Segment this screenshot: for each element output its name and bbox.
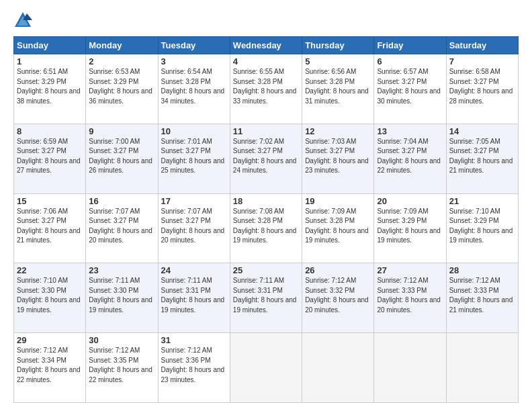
day-info: Sunrise: 6:59 AMSunset: 3:27 PMDaylight:… (17, 137, 83, 176)
day-info: Sunrise: 7:09 AMSunset: 3:28 PMDaylight:… (305, 207, 371, 246)
day-cell: 14Sunrise: 7:05 AMSunset: 3:27 PMDayligh… (446, 124, 518, 193)
day-info: Sunrise: 7:12 AMSunset: 3:36 PMDaylight:… (161, 346, 227, 385)
day-info: Sunrise: 6:56 AMSunset: 3:28 PMDaylight:… (305, 67, 371, 106)
weekday-header-row: SundayMondayTuesdayWednesdayThursdayFrid… (14, 37, 519, 54)
day-cell (302, 333, 374, 403)
day-number: 21 (449, 196, 515, 206)
day-info: Sunrise: 7:07 AMSunset: 3:27 PMDaylight:… (89, 207, 154, 246)
day-info: Sunrise: 6:51 AMSunset: 3:29 PMDaylight:… (17, 67, 83, 106)
day-info: Sunrise: 6:53 AMSunset: 3:29 PMDaylight:… (89, 67, 154, 106)
day-info: Sunrise: 7:12 AMSunset: 3:32 PMDaylight:… (305, 276, 371, 315)
day-cell: 3Sunrise: 6:54 AMSunset: 3:28 PMDaylight… (158, 54, 230, 124)
logo (13, 11, 35, 30)
day-cell: 21Sunrise: 7:10 AMSunset: 3:29 PMDayligh… (446, 193, 518, 263)
day-cell: 20Sunrise: 7:09 AMSunset: 3:29 PMDayligh… (374, 193, 446, 263)
day-number: 15 (17, 196, 83, 206)
day-cell: 10Sunrise: 7:01 AMSunset: 3:27 PMDayligh… (158, 124, 230, 193)
day-cell (230, 333, 302, 403)
day-number: 25 (233, 265, 299, 275)
day-cell: 23Sunrise: 7:11 AMSunset: 3:30 PMDayligh… (86, 263, 158, 333)
week-row-1: 1Sunrise: 6:51 AMSunset: 3:29 PMDaylight… (14, 54, 519, 124)
day-cell: 19Sunrise: 7:09 AMSunset: 3:28 PMDayligh… (302, 193, 374, 263)
day-cell: 5Sunrise: 6:56 AMSunset: 3:28 PMDaylight… (302, 54, 374, 124)
day-cell: 8Sunrise: 6:59 AMSunset: 3:27 PMDaylight… (14, 124, 86, 193)
day-number: 3 (161, 56, 227, 66)
day-cell: 1Sunrise: 6:51 AMSunset: 3:29 PMDaylight… (14, 54, 86, 124)
day-number: 14 (449, 126, 515, 136)
day-number: 13 (377, 126, 443, 136)
day-number: 20 (377, 196, 443, 206)
calendar-table: SundayMondayTuesdayWednesdayThursdayFrid… (13, 36, 519, 403)
day-cell: 15Sunrise: 7:06 AMSunset: 3:27 PMDayligh… (14, 193, 86, 263)
day-info: Sunrise: 7:07 AMSunset: 3:27 PMDaylight:… (161, 207, 227, 246)
day-number: 5 (305, 56, 371, 66)
day-cell: 7Sunrise: 6:58 AMSunset: 3:27 PMDaylight… (446, 54, 518, 124)
day-number: 29 (17, 335, 83, 345)
day-cell: 16Sunrise: 7:07 AMSunset: 3:27 PMDayligh… (86, 193, 158, 263)
day-info: Sunrise: 7:03 AMSunset: 3:27 PMDaylight:… (305, 137, 371, 176)
day-info: Sunrise: 7:11 AMSunset: 3:30 PMDaylight:… (89, 276, 154, 315)
day-cell: 2Sunrise: 6:53 AMSunset: 3:29 PMDaylight… (86, 54, 158, 124)
day-number: 19 (305, 196, 371, 206)
week-row-5: 29Sunrise: 7:12 AMSunset: 3:34 PMDayligh… (14, 333, 519, 403)
day-cell: 26Sunrise: 7:12 AMSunset: 3:32 PMDayligh… (302, 263, 374, 333)
day-cell (446, 333, 518, 403)
day-number: 16 (89, 196, 154, 206)
day-number: 1 (17, 56, 83, 66)
weekday-saturday: Saturday (446, 37, 518, 54)
page: SundayMondayTuesdayWednesdayThursdayFrid… (0, 0, 532, 411)
day-info: Sunrise: 7:12 AMSunset: 3:33 PMDaylight:… (377, 276, 443, 315)
weekday-monday: Monday (86, 37, 158, 54)
day-cell: 31Sunrise: 7:12 AMSunset: 3:36 PMDayligh… (158, 333, 230, 403)
day-info: Sunrise: 7:02 AMSunset: 3:27 PMDaylight:… (233, 137, 299, 176)
day-number: 24 (161, 265, 227, 275)
day-cell: 29Sunrise: 7:12 AMSunset: 3:34 PMDayligh… (14, 333, 86, 403)
day-info: Sunrise: 7:08 AMSunset: 3:28 PMDaylight:… (233, 207, 299, 246)
day-info: Sunrise: 7:12 AMSunset: 3:35 PMDaylight:… (89, 346, 154, 385)
day-cell: 30Sunrise: 7:12 AMSunset: 3:35 PMDayligh… (86, 333, 158, 403)
day-cell: 22Sunrise: 7:10 AMSunset: 3:30 PMDayligh… (14, 263, 86, 333)
day-number: 7 (449, 56, 515, 66)
day-cell: 27Sunrise: 7:12 AMSunset: 3:33 PMDayligh… (374, 263, 446, 333)
day-number: 31 (161, 335, 227, 345)
day-cell: 11Sunrise: 7:02 AMSunset: 3:27 PMDayligh… (230, 124, 302, 193)
day-info: Sunrise: 7:00 AMSunset: 3:27 PMDaylight:… (89, 137, 154, 176)
day-number: 9 (89, 126, 154, 136)
day-cell: 13Sunrise: 7:04 AMSunset: 3:27 PMDayligh… (374, 124, 446, 193)
day-info: Sunrise: 7:05 AMSunset: 3:27 PMDaylight:… (449, 137, 515, 176)
day-info: Sunrise: 7:09 AMSunset: 3:29 PMDaylight:… (377, 207, 443, 246)
weekday-tuesday: Tuesday (158, 37, 230, 54)
header (13, 11, 519, 30)
day-number: 18 (233, 196, 299, 206)
day-number: 10 (161, 126, 227, 136)
day-number: 23 (89, 265, 154, 275)
day-cell: 9Sunrise: 7:00 AMSunset: 3:27 PMDaylight… (86, 124, 158, 193)
day-info: Sunrise: 7:10 AMSunset: 3:29 PMDaylight:… (449, 207, 515, 246)
day-number: 17 (161, 196, 227, 206)
day-number: 27 (377, 265, 443, 275)
day-cell: 18Sunrise: 7:08 AMSunset: 3:28 PMDayligh… (230, 193, 302, 263)
day-info: Sunrise: 7:12 AMSunset: 3:34 PMDaylight:… (17, 346, 83, 385)
day-info: Sunrise: 7:10 AMSunset: 3:30 PMDaylight:… (17, 276, 83, 315)
weekday-friday: Friday (374, 37, 446, 54)
day-number: 8 (17, 126, 83, 136)
day-number: 4 (233, 56, 299, 66)
day-info: Sunrise: 6:55 AMSunset: 3:28 PMDaylight:… (233, 67, 299, 106)
day-number: 22 (17, 265, 83, 275)
logo-icon (13, 11, 32, 30)
week-row-3: 15Sunrise: 7:06 AMSunset: 3:27 PMDayligh… (14, 193, 519, 263)
day-info: Sunrise: 6:58 AMSunset: 3:27 PMDaylight:… (449, 67, 515, 106)
day-cell: 24Sunrise: 7:11 AMSunset: 3:31 PMDayligh… (158, 263, 230, 333)
day-info: Sunrise: 7:11 AMSunset: 3:31 PMDaylight:… (161, 276, 227, 315)
day-cell: 25Sunrise: 7:11 AMSunset: 3:31 PMDayligh… (230, 263, 302, 333)
day-number: 2 (89, 56, 154, 66)
week-row-4: 22Sunrise: 7:10 AMSunset: 3:30 PMDayligh… (14, 263, 519, 333)
day-cell: 12Sunrise: 7:03 AMSunset: 3:27 PMDayligh… (302, 124, 374, 193)
weekday-thursday: Thursday (302, 37, 374, 54)
day-info: Sunrise: 7:11 AMSunset: 3:31 PMDaylight:… (233, 276, 299, 315)
day-info: Sunrise: 7:06 AMSunset: 3:27 PMDaylight:… (17, 207, 83, 246)
day-number: 6 (377, 56, 443, 66)
day-number: 12 (305, 126, 371, 136)
day-info: Sunrise: 6:54 AMSunset: 3:28 PMDaylight:… (161, 67, 227, 106)
day-cell: 17Sunrise: 7:07 AMSunset: 3:27 PMDayligh… (158, 193, 230, 263)
